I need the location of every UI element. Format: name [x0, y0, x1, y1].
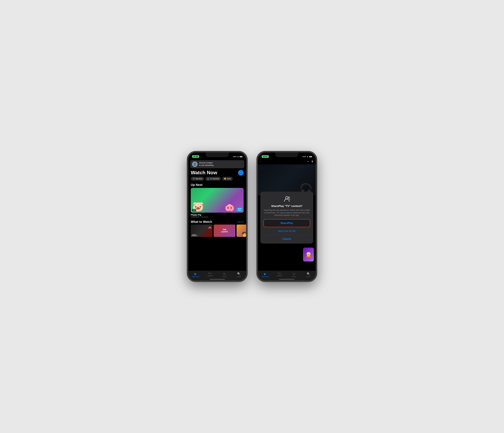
dialog-divider: [263, 235, 310, 235]
notch: [206, 153, 229, 157]
pig-art: 🐽: [225, 203, 234, 212]
show-name: Peppa Pig: [191, 214, 244, 216]
library-icon-2: 🗂: [293, 272, 296, 275]
movie-card-ff9[interactable]: FAST &FURIOUS 9 🚗: [191, 225, 212, 237]
originals-icon: TV+: [208, 272, 212, 275]
banner-line1: Choose Content: [199, 162, 214, 164]
status-time-1: 12:16: [192, 155, 199, 158]
shareplay-dialog: SharePlay "TV" content? SharePlay lets y…: [260, 192, 313, 244]
dialog-title: SharePlay "TV" content?: [271, 205, 302, 208]
facetime-pip[interactable]: 🧑‍🦳: [303, 248, 314, 262]
movie-card-3[interactable]: 🧑: [236, 225, 246, 237]
tvshows-icon: 📺: [207, 178, 209, 180]
signal-icon-2: ●●●●: [302, 156, 306, 157]
shareplay-button[interactable]: SharePlay: [263, 219, 310, 227]
up-next-thumbnail: 🐷 🐽 9m primevideo: [191, 188, 244, 213]
wifi-icon-2: ▲: [307, 155, 309, 158]
home-indicator-1: [209, 279, 225, 280]
profile-button[interactable]: 👤: [238, 170, 244, 176]
avatar-icon: 👤: [193, 162, 197, 166]
tab-search-1[interactable]: 🔍 Search: [232, 272, 246, 277]
movies-icon: 🎬: [193, 178, 195, 180]
movie-grid: FAST &FURIOUS 9 🚗 THELIGHTS 🧑: [188, 225, 246, 237]
home-indicator-2: [279, 279, 295, 280]
tab-watch-now-1[interactable]: ▶ Watch Now: [188, 272, 203, 277]
tab-library-label-1: Library: [222, 276, 227, 277]
tab-search-label-1: Search: [237, 276, 241, 277]
back-button[interactable]: ‹: [260, 160, 261, 163]
library-icon: 🗂: [223, 272, 226, 275]
start-only-button[interactable]: Start Only for Me: [277, 228, 297, 234]
dialog-body: SharePlay lets you experience content wi…: [263, 209, 310, 217]
status-time-2: 12:17: [261, 155, 269, 158]
banner-text: Choose Content to Use SharePlay: [199, 162, 214, 167]
phone-2: 12:17 ●●●● ▲ ▮▮▮ ‹ + ⬆ 🎧 🎵: [257, 151, 317, 282]
battery-icon-2: ▮▮▮: [309, 156, 312, 158]
banner-line2: to Use SharePlay: [199, 164, 214, 167]
tab-originals-label-2: Originals: [277, 275, 282, 277]
tab-watch-now-2[interactable]: ▶ Watch Now: [258, 272, 272, 277]
duration-badge: 9m: [192, 209, 196, 211]
profile-icon: 👤: [240, 171, 242, 174]
see-all-button[interactable]: See All: [237, 221, 244, 223]
tab-originals-1[interactable]: TV+ Originals: [203, 272, 217, 277]
search-icon: 🔍: [237, 272, 241, 276]
what-to-watch-title: What to Watch: [191, 220, 212, 224]
shareplay-banner[interactable]: 👤 Choose Content to Use SharePlay: [190, 160, 244, 168]
up-next-heading: Up Next: [188, 182, 246, 188]
tvshows-pill[interactable]: 📺 TV SHOWS: [205, 177, 221, 181]
cancel-button[interactable]: Cancel: [263, 236, 310, 242]
kids-icon: 😊: [224, 178, 226, 180]
tab-watch-now-label-2: Watch Now: [261, 276, 269, 277]
watch-now-icon: ▶: [195, 272, 197, 276]
plus-button[interactable]: +: [307, 160, 309, 163]
originals-icon-2: TV+: [278, 272, 281, 275]
svg-point-1: [288, 197, 289, 198]
up-next-card[interactable]: 🐷 🐽 9m primevideo: [191, 188, 244, 213]
movie-card-2[interactable]: THELIGHTS: [214, 225, 235, 237]
watch-now-icon-2: ▶: [264, 272, 266, 276]
wifi-icon: ▲: [237, 155, 239, 158]
nav-bar-2: ‹ + ⬆: [258, 159, 316, 164]
tab-search-2[interactable]: 🔍 Search: [301, 272, 316, 277]
shareplay-dialog-icon: [283, 195, 290, 203]
svg-point-0: [286, 197, 288, 199]
movies-label: MOVIES: [196, 178, 202, 180]
share-button[interactable]: ⬆: [311, 160, 313, 163]
tab-library-2[interactable]: 🗂 Library: [287, 272, 301, 277]
nav-actions: + ⬆: [307, 160, 313, 163]
phone-2-screen: 12:17 ●●●● ▲ ▮▮▮ ‹ + ⬆ 🎧 🎵: [258, 153, 316, 280]
status-icons-1: ●●●● ▲ ▮▮▮: [233, 155, 243, 158]
scroll-content-1: 👤 Choose Content to Use SharePlay Watch …: [188, 159, 246, 271]
notch-2: [275, 153, 298, 157]
show-sub: CONTINUE · S4, E111: [191, 216, 244, 218]
battery-icon: ▮▮▮: [240, 156, 243, 158]
content-area-2: 🎧 🎵 With posture....Josh Corman could've…: [258, 164, 316, 271]
search-icon-2: 🔍: [307, 272, 310, 276]
kids-pill[interactable]: 😊 KIDS: [222, 177, 233, 181]
signal-icon: ●●●●: [233, 156, 236, 157]
tab-originals-label-1: Originals: [207, 275, 213, 277]
movies-pill[interactable]: 🎬 MOVIES: [191, 177, 204, 181]
page-header-1: Watch Now 👤: [188, 169, 246, 177]
avatar: 👤: [192, 162, 198, 167]
tab-library-1[interactable]: 🗂 Library: [217, 272, 232, 277]
pip-person: 🧑‍🦳: [306, 252, 311, 257]
phone-1: 12:16 ●●●● ▲ ▮▮▮ 👤 Choose Content to Use…: [187, 151, 247, 282]
phone-1-screen: 12:16 ●●●● ▲ ▮▮▮ 👤 Choose Content to Use…: [188, 153, 246, 280]
status-icons-2: ●●●● ▲ ▮▮▮: [302, 155, 312, 158]
what-to-watch-header: What to Watch See All: [188, 219, 246, 225]
tvshows-label: TV SHOWS: [210, 178, 219, 180]
tab-originals-2[interactable]: TV+ Originals: [272, 272, 287, 277]
prime-badge: primevideo: [237, 207, 243, 211]
tab-watch-now-label-1: Watch Now: [192, 276, 199, 277]
page-title-1: Watch Now: [191, 170, 217, 176]
kids-label: KIDS: [227, 178, 231, 180]
up-next-info: Peppa Pig CONTINUE · S4, E111: [188, 213, 246, 219]
category-pills: 🎬 MOVIES 📺 TV SHOWS 😊 KIDS: [188, 177, 246, 182]
tab-library-label-2: Library: [292, 276, 296, 277]
tab-search-label-2: Search: [306, 276, 311, 277]
